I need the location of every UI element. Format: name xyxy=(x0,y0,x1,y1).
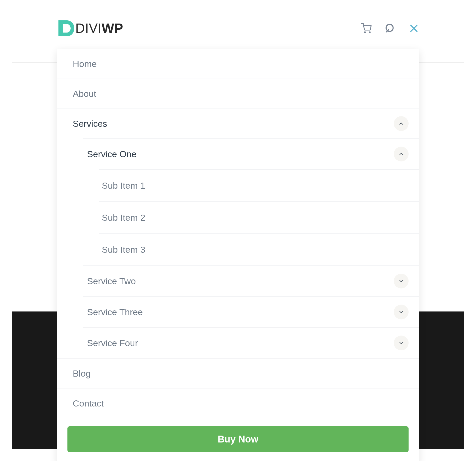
site-header: DIVIWP xyxy=(57,18,419,38)
menu-item-label: Sub Item 1 xyxy=(102,180,145,191)
menu-item-label: Services xyxy=(73,119,107,129)
chevron-down-icon[interactable] xyxy=(394,274,409,288)
submenu-services: Service One Sub Item 1 Sub Ite xyxy=(57,138,419,358)
menu-item-services[interactable]: Services Service One xyxy=(57,109,419,359)
svg-point-2 xyxy=(386,24,393,31)
menu-item-sub-2[interactable]: Sub Item 2 xyxy=(99,202,419,234)
logo-mark-icon xyxy=(57,19,76,38)
menu-item-label: Service One xyxy=(87,149,136,159)
buy-now-button[interactable]: Buy Now xyxy=(67,426,409,452)
submenu-service-one: Sub Item 1 Sub Item 2 Sub Item 3 xyxy=(83,169,419,265)
chevron-down-icon[interactable] xyxy=(394,305,409,319)
header-icon-group xyxy=(361,23,419,34)
cart-icon[interactable] xyxy=(361,23,372,34)
menu-list: Home About Services xyxy=(57,49,419,418)
svg-point-0 xyxy=(364,32,365,33)
menu-item-contact[interactable]: Contact xyxy=(57,388,419,418)
chevron-up-icon[interactable] xyxy=(394,116,409,131)
menu-item-label: Service Four xyxy=(87,338,138,348)
menu-item-label: Sub Item 2 xyxy=(102,213,145,223)
menu-item-label: About xyxy=(73,89,96,99)
menu-item-sub-3[interactable]: Sub Item 3 xyxy=(99,234,419,265)
svg-point-1 xyxy=(369,32,370,33)
menu-item-label: Service Three xyxy=(87,307,143,317)
menu-item-service-one[interactable]: Service One Sub Item 1 Sub Ite xyxy=(83,138,419,266)
menu-item-label: Contact xyxy=(73,398,104,409)
menu-item-sub-1[interactable]: Sub Item 1 xyxy=(99,169,419,202)
chevron-up-icon[interactable] xyxy=(394,147,409,161)
menu-item-label: Service Two xyxy=(87,276,136,286)
menu-item-home[interactable]: Home xyxy=(57,49,419,79)
menu-item-label: Sub Item 3 xyxy=(102,245,145,255)
logo-text: DIVIWP xyxy=(75,21,123,36)
menu-item-label: Blog xyxy=(73,368,91,379)
cta-wrapper: Buy Now xyxy=(57,420,419,452)
site-logo[interactable]: DIVIWP xyxy=(57,19,123,38)
menu-item-service-four[interactable]: Service Four xyxy=(83,328,419,358)
menu-item-service-two[interactable]: Service Two xyxy=(83,266,419,297)
menu-item-about[interactable]: About xyxy=(57,79,419,109)
menu-item-blog[interactable]: Blog xyxy=(57,359,419,388)
close-icon[interactable] xyxy=(409,23,419,34)
menu-item-label: Home xyxy=(73,59,97,69)
mobile-menu-panel: Home About Services xyxy=(57,49,419,461)
menu-item-service-three[interactable]: Service Three xyxy=(83,297,419,328)
search-icon[interactable] xyxy=(385,23,395,34)
chevron-down-icon[interactable] xyxy=(394,336,409,350)
